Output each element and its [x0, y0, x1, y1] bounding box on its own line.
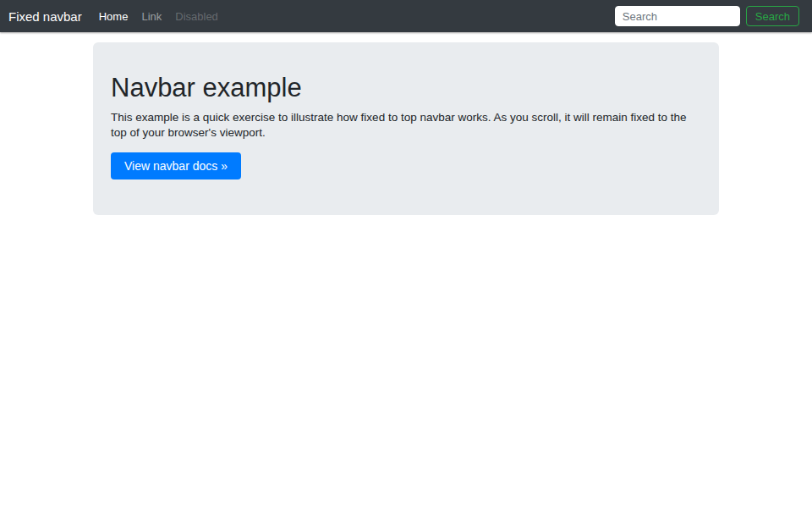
- search-button[interactable]: Search: [746, 6, 799, 26]
- search-form: Search: [615, 6, 799, 26]
- page-description: This example is a quick exercise to illu…: [111, 110, 700, 141]
- search-input[interactable]: [615, 6, 740, 26]
- navbar-nav: Home Link Disabled: [92, 8, 225, 24]
- browser-page: Fixed navbar Home Link Disabled Search N…: [0, 0, 812, 508]
- jumbotron: Navbar example This example is a quick e…: [93, 42, 719, 215]
- navbar-brand[interactable]: Fixed navbar: [8, 9, 82, 24]
- top-navbar: Fixed navbar Home Link Disabled Search: [0, 0, 812, 32]
- view-navbar-docs-button[interactable]: View navbar docs »: [111, 152, 241, 179]
- nav-item-disabled: Disabled: [168, 10, 225, 23]
- page-title: Navbar example: [111, 73, 700, 103]
- main-content: Navbar example This example is a quick e…: [0, 0, 812, 215]
- nav-item-link[interactable]: Link: [134, 10, 168, 23]
- nav-item-home[interactable]: Home: [92, 10, 135, 23]
